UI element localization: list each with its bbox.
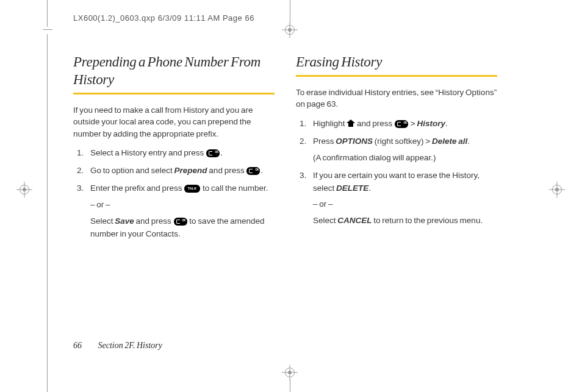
right-step-2: 2. Press OPTIONS (right softkey) > Delet… (313, 135, 497, 165)
text: Press (313, 137, 336, 146)
save-label: Save (115, 216, 134, 226)
text: and press (134, 216, 173, 226)
text: . (445, 119, 448, 128)
crop-hrule-top (43, 29, 52, 30)
ok-key-icon (246, 167, 260, 175)
left-column: Prepending a Phone Number From History I… (73, 54, 275, 246)
step-number: 3. (300, 169, 306, 182)
text: Select (313, 216, 337, 225)
text: and press (355, 119, 394, 128)
options-label: OPTIONS (336, 137, 373, 146)
text: . (220, 148, 223, 157)
right-title-rule (296, 75, 497, 77)
right-title: Erasing History (296, 54, 497, 71)
left-step-2: 2. Go to option and select Prepend and p… (90, 165, 275, 177)
step-number: 2. (300, 135, 306, 148)
text: to return to the previous menu. (372, 216, 483, 225)
history-label: History (417, 119, 445, 128)
reg-mark-left-icon (16, 182, 32, 198)
ok-key-icon (395, 120, 408, 128)
left-title-rule (73, 93, 275, 94)
text: Go to option and select (90, 166, 174, 175)
right-step-1: 1. Highlight and press > History. (313, 118, 497, 130)
text: Select a History entry and press (90, 148, 206, 157)
text: Select Save and press to save the amende… (90, 215, 275, 241)
left-steps: 1. Select a History entry and press . 2.… (73, 147, 275, 241)
step-number: 1. (300, 118, 306, 130)
reg-mark-bottom-stem (290, 379, 290, 392)
reg-mark-top-stem (290, 0, 290, 23)
text: to call the number. (201, 184, 268, 193)
right-column: Erasing History To erase individual Hist… (296, 54, 497, 232)
left-step-1: 1. Select a History entry and press . (90, 147, 275, 160)
text: (right softkey) > (373, 137, 432, 146)
left-intro: If you need to make a call from History … (73, 104, 275, 140)
right-steps: 1. Highlight and press > History. 2. Pre… (296, 118, 497, 227)
text: and press (207, 166, 246, 175)
step-number: 3. (77, 182, 84, 195)
page-number: 66 (73, 341, 82, 350)
reg-mark-right-icon (549, 182, 565, 198)
reg-mark-top-icon (282, 22, 298, 38)
step-number: 2. (77, 165, 84, 177)
right-intro: To erase individual History entries, see… (296, 87, 497, 110)
ok-key-icon (206, 149, 220, 157)
or-divider: – or – (90, 199, 275, 212)
ok-key-icon (174, 218, 187, 226)
right-step-3: 3. If you are certain you want to erase … (313, 169, 497, 228)
text: Select (90, 216, 115, 226)
cancel-label: CANCEL (337, 216, 372, 225)
delete-all-label: Delete all (432, 137, 467, 146)
section-label: Section 2F. History (98, 341, 162, 350)
or-divider: – or – (313, 198, 497, 211)
text: > (409, 119, 417, 128)
text: . (260, 166, 263, 175)
crop-vrule-left2 (47, 34, 48, 392)
text: . (368, 184, 371, 193)
home-icon (347, 119, 355, 127)
text: Highlight (313, 119, 347, 128)
text: Enter the prefix and press (90, 184, 184, 193)
reg-mark-bottom-icon (282, 365, 298, 380)
step-number: 1. (77, 147, 84, 160)
prepend-label: Prepend (174, 166, 207, 175)
delete-label: DELETE (336, 184, 368, 193)
left-step-3: 3. Enter the prefix and press to call th… (90, 182, 275, 241)
text: . (467, 137, 470, 146)
page-footer: 66 Section 2F. History (73, 341, 162, 351)
text: (A confirmation dialog will appear.) (313, 152, 497, 165)
crop-vrule-left (47, 0, 48, 27)
prepress-header: LX600(1.2)_0603.qxp 6/3/09 11:11 AM Page… (73, 13, 254, 23)
talk-key-icon (184, 185, 200, 193)
left-title: Prepending a Phone Number From History (73, 54, 275, 89)
text: Select CANCEL to return to the previous … (313, 215, 497, 227)
